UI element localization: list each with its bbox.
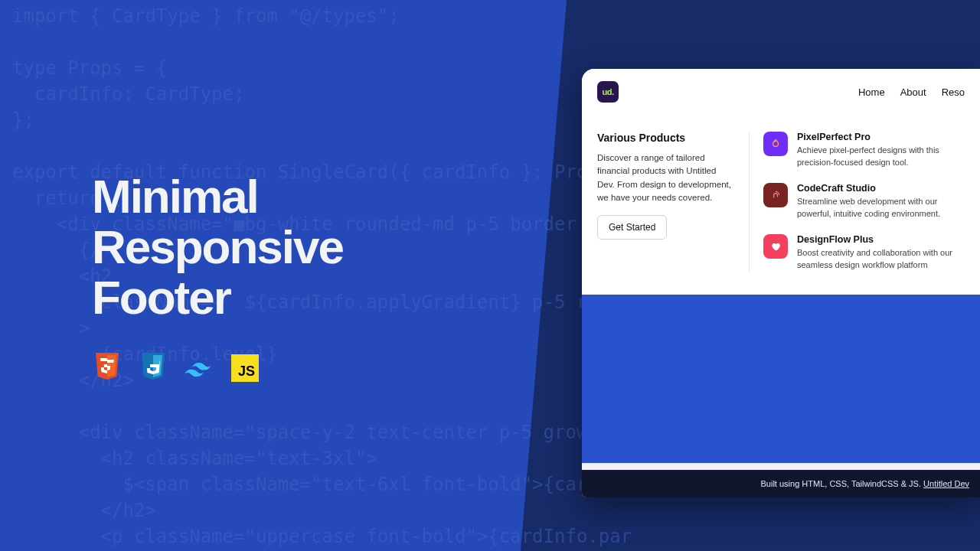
footer-text: Built using HTML, CSS, TailwindCSS & JS.… <box>761 479 969 488</box>
flame-icon <box>763 132 788 156</box>
intro-text: Discover a range of tailored financial p… <box>597 152 735 204</box>
tailwind-icon <box>184 352 214 384</box>
mock-body: Various Products Discover a range of tai… <box>582 115 980 295</box>
mock-footer: Built using HTML, CSS, TailwindCSS & JS.… <box>582 470 980 497</box>
footer-link[interactable]: Untitled Dev <box>923 479 969 488</box>
intro-title: Various Products <box>597 132 735 144</box>
intro-column: Various Products Discover a range of tai… <box>597 132 735 272</box>
product-pixelperfect[interactable]: PixelPerfect Pro Achieve pixel-perfect d… <box>763 132 965 169</box>
primary-nav: Home About Reso <box>858 86 965 98</box>
headline-line-3: Footer <box>92 272 343 323</box>
css3-icon <box>138 352 168 384</box>
product-designflow[interactable]: DesignFlow Plus Boost creativity and col… <box>763 234 965 272</box>
js-icon: JS <box>230 352 260 384</box>
product-text: Streamline web development with our powe… <box>797 196 965 220</box>
logo[interactable]: ud. <box>597 81 619 103</box>
products-column: PixelPerfect Pro Achieve pixel-perfect d… <box>763 132 965 272</box>
product-title: DesignFlow Plus <box>797 234 965 245</box>
product-title: PixelPerfect Pro <box>797 132 965 142</box>
browser-mockup: ud. Home About Reso Various Products Dis… <box>582 69 980 497</box>
product-codecraft[interactable]: CodeCraft Studio Streamline web developm… <box>763 183 965 220</box>
nav-about[interactable]: About <box>900 86 926 98</box>
mock-header: ud. Home About Reso <box>582 69 980 115</box>
mock-hero-fill <box>582 295 980 463</box>
get-started-button[interactable]: Get Started <box>597 215 667 240</box>
nav-home[interactable]: Home <box>858 86 885 98</box>
tech-icons-row: JS <box>92 352 260 384</box>
html5-icon <box>92 352 122 384</box>
svg-text:JS: JS <box>238 364 255 379</box>
headline-line-2: Responsive <box>92 222 343 272</box>
product-text: Achieve pixel-perfect designs with this … <box>797 145 965 169</box>
heart-icon <box>763 234 788 259</box>
nav-resources[interactable]: Reso <box>942 86 965 98</box>
headline: Minimal Responsive Footer <box>92 171 343 323</box>
product-text: Boost creativity and collaboration with … <box>797 247 965 272</box>
headline-line-1: Minimal <box>92 171 343 222</box>
divider <box>749 132 750 272</box>
fingerprint-icon <box>763 183 788 207</box>
product-title: CodeCraft Studio <box>797 183 965 194</box>
